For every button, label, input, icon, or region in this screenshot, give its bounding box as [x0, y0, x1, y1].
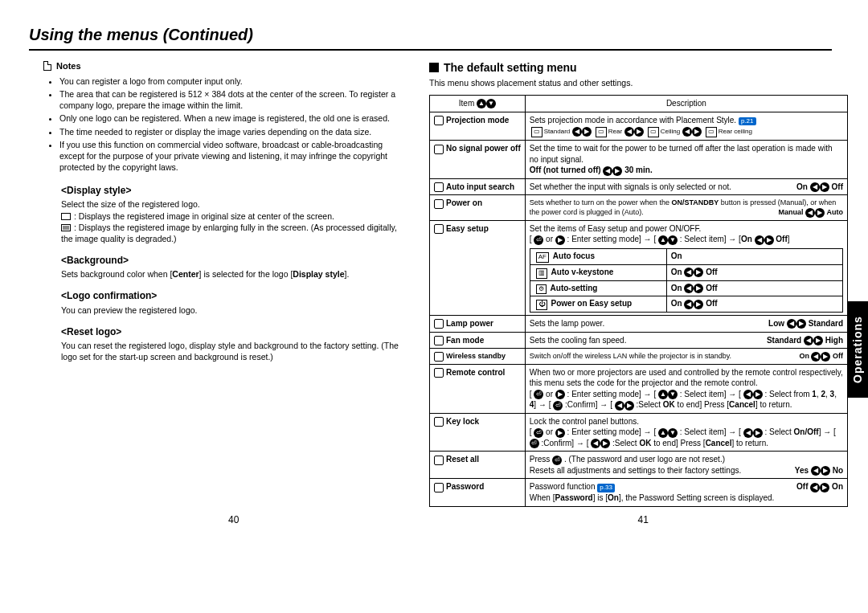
item-autoinput: Auto input search — [430, 178, 526, 195]
item-projection: Projection mode — [430, 112, 526, 141]
note-icon — [43, 61, 51, 71]
page-number-left: 40 — [228, 513, 239, 526]
item-fan: Fan mode — [430, 332, 526, 349]
page-ref: p.21 — [739, 117, 756, 126]
item-lamp: Lamp power — [430, 316, 526, 333]
square-bullet-icon — [429, 63, 439, 72]
notes-label: Notes — [56, 60, 81, 72]
item-keylock: Key lock — [430, 413, 526, 452]
reset-text: You can reset the registered logo, displ… — [61, 340, 399, 362]
af-icon: AF — [536, 252, 549, 263]
page-ref: p.33 — [597, 484, 615, 492]
table-row: Wireless standby Switch on/off the wirel… — [430, 349, 848, 365]
display-style-item: Displays the registered image in origina… — [79, 211, 334, 221]
item-remote: Remote control — [430, 364, 526, 413]
item-password: Password — [430, 479, 526, 506]
table-row: Lamp power Sets the lamp power. Low ◀▶ S… — [430, 316, 848, 333]
section-heading: The default setting menu — [429, 60, 848, 76]
remote-icon — [434, 368, 444, 378]
display-style-text: Select the size of the registered logo. … — [61, 198, 399, 244]
up-icon: ▲ — [477, 99, 486, 108]
display-style-heading: <Display style> — [61, 184, 399, 197]
table-row: Fan mode Sets the cooling fan speed. Sta… — [430, 332, 848, 349]
down-icon: ▼ — [486, 99, 496, 108]
th-desc: Description — [525, 96, 847, 112]
lock-icon — [434, 483, 444, 492]
reset-heading: <Reset logo> — [61, 325, 399, 338]
table-row: Remote control When two or more projecto… — [430, 364, 848, 413]
table-row: Key lock Lock the control panel buttons.… — [430, 413, 848, 452]
left-page: Notes You can register a logo from compu… — [29, 60, 399, 507]
keystone-icon: ▥ — [536, 268, 547, 279]
display-style-item: Displays the registered image by enlargi… — [61, 223, 397, 243]
full-icon — [61, 224, 71, 231]
page-title: Using the menus (Continued) — [29, 24, 832, 51]
placement-icon: ▭ — [531, 127, 542, 137]
table-row: Easy setup Set the items of Easy setup a… — [430, 220, 848, 315]
easysetup-inner-table: AF Auto focusOn ▥ Auto v-keystoneOn ◀▶ O… — [530, 248, 843, 313]
projection-icon — [434, 116, 444, 125]
side-tab-operations: Operations — [847, 301, 868, 398]
section-intro: This menu shows placement status and oth… — [429, 77, 848, 88]
keylock-icon — [434, 417, 444, 427]
search-icon — [434, 182, 444, 192]
page-numbers: 40 41 — [29, 513, 848, 526]
list-item: Only one logo can be registered. When a … — [59, 112, 399, 124]
easysetup-icon — [434, 224, 444, 234]
poweron-easy-icon: ⏻ — [536, 300, 547, 310]
list-item: The area that can be registered is 512 ×… — [59, 88, 399, 111]
autosetting-icon: ⚙ — [536, 284, 547, 295]
placement-icon: ▭ — [648, 127, 659, 137]
th-item: Item ▲▼ — [430, 96, 526, 112]
background-heading: <Background> — [61, 254, 399, 267]
background-text: Sets background color when [Center] is s… — [61, 268, 399, 280]
table-row: No signal power off Set the time to wait… — [430, 141, 848, 179]
item-nosignal: No signal power off — [430, 141, 526, 179]
table-row: Power on Sets whether to turn on the pow… — [430, 195, 848, 221]
notes-list: You can register a logo from computer in… — [59, 76, 399, 173]
logoconf-heading: <Logo confirmation> — [61, 289, 399, 302]
lamp-icon — [434, 319, 444, 329]
logoconf-text: You can preview the registered logo. — [61, 304, 399, 316]
list-item: The time needed to register or display t… — [59, 126, 399, 137]
placement-icon: ▭ — [706, 127, 717, 137]
table-row: Reset all Press ⏎ . (The password and us… — [430, 452, 848, 479]
item-resetall: Reset all — [430, 452, 526, 479]
right-page: The default setting menu This menu shows… — [429, 60, 848, 507]
item-poweron: Power on — [430, 195, 526, 221]
notes-heading: Notes — [43, 60, 399, 72]
display-style-intro: Select the size of the registered logo. — [61, 198, 399, 210]
item-easysetup: Easy setup — [430, 220, 526, 315]
fan-icon — [434, 336, 444, 345]
list-item: You can register a logo from computer in… — [59, 76, 399, 87]
power-icon — [434, 145, 444, 154]
table-row: Projection mode Sets projection mode in … — [430, 112, 848, 141]
page-number-right: 41 — [638, 513, 649, 526]
settings-table: Item ▲▼ Description Projection mode Sets… — [429, 95, 848, 506]
wireless-icon — [434, 352, 444, 362]
placement-icon: ▭ — [596, 127, 607, 137]
center-icon — [61, 213, 71, 220]
table-row: Auto input search Set whether the input … — [430, 178, 848, 195]
item-wireless: Wireless standby — [430, 349, 526, 365]
plug-icon — [434, 199, 444, 209]
table-row: Password Password function p.33 Off ◀▶ O… — [430, 479, 848, 506]
list-item: If you use this function on commercial v… — [59, 139, 399, 174]
reset-icon — [434, 456, 444, 465]
